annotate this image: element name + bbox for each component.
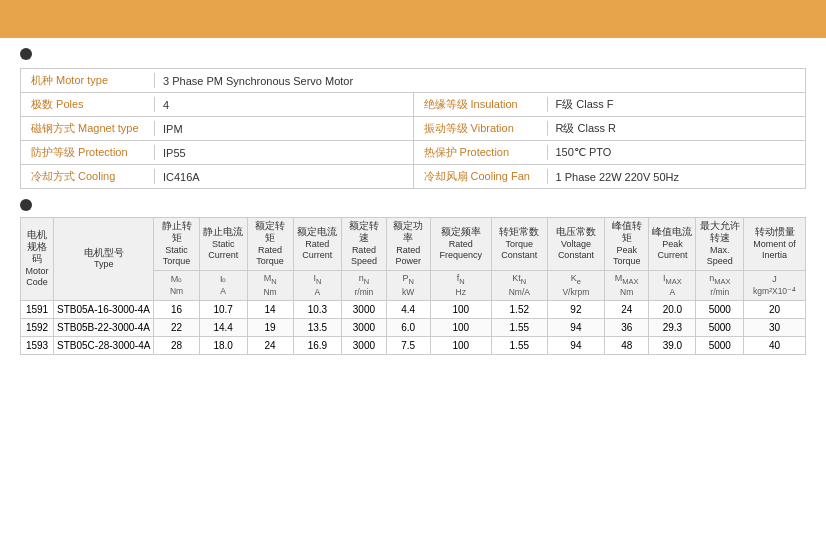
cell-val-7: 1.55 xyxy=(491,336,547,354)
specs-section-title xyxy=(20,48,806,60)
specs-row-magnet: 磁钢方式 Magnet type IPM 振动等级 Vibration R级 C… xyxy=(21,117,805,141)
cell-val-9: 48 xyxy=(604,336,648,354)
cell-val-11: 5000 xyxy=(696,336,744,354)
label-magnet: 磁钢方式 Magnet type xyxy=(31,121,146,136)
value-thermal: 150℃ PTO xyxy=(556,146,612,159)
cell-val-4: 3000 xyxy=(342,300,387,318)
cell-val-0: 28 xyxy=(154,336,199,354)
params-table: 电机 规格码 Motor Code 电机型号 Type 静止转矩 Static … xyxy=(20,217,806,355)
specs-cell-poles: 极数 Poles 4 xyxy=(21,93,414,116)
cell-val-6: 100 xyxy=(430,300,491,318)
cell-val-5: 4.4 xyxy=(386,300,430,318)
th-rated-freq: 额定频率 Rated Frequency xyxy=(430,218,491,271)
th-sub-mmax: MMAXNm xyxy=(604,271,648,301)
specs-cell-insulation: 绝缘等级 Insulation F级 Class F xyxy=(414,93,806,116)
th-sub-nn: nNr/min xyxy=(342,271,387,301)
specs-row-motor-type: 机种 Motor type 3 Phase PM Synchronous Ser… xyxy=(21,69,805,93)
label-poles: 极数 Poles xyxy=(31,97,146,112)
table-row: 1593STB05C-28-3000-4A2818.02416.930007.5… xyxy=(21,336,806,354)
cell-val-4: 3000 xyxy=(342,336,387,354)
cell-val-6: 100 xyxy=(430,318,491,336)
th-sub-pn: PNkW xyxy=(386,271,430,301)
cell-val-5: 7.5 xyxy=(386,336,430,354)
label-motor-type: 机种 Motor type xyxy=(31,73,146,88)
value-cooling-fan: 1 Phase 22W 220V 50Hz xyxy=(556,171,680,183)
label-thermal: 热保护 Protection xyxy=(424,145,539,160)
th-sub-imax: IMAXA xyxy=(649,271,696,301)
specs-cell-vibration: 振动等级 Vibration R级 Class R xyxy=(414,117,806,140)
label-cooling-fan: 冷却风扇 Cooling Fan xyxy=(424,169,539,184)
label-cooling: 冷却方式 Cooling xyxy=(31,169,146,184)
cell-val-0: 22 xyxy=(154,318,199,336)
th-motor-code: 电机 规格码 Motor Code xyxy=(21,218,54,301)
label-vibration: 振动等级 Vibration xyxy=(424,121,539,136)
params-dot xyxy=(20,199,32,211)
cell-val-7: 1.52 xyxy=(491,300,547,318)
value-motor-type: 3 Phase PM Synchronous Servo Motor xyxy=(163,75,353,87)
specs-cell-protection: 防护等级 Protection IP55 xyxy=(21,141,414,164)
specs-row-protection: 防护等级 Protection IP55 热保护 Protection 150℃… xyxy=(21,141,805,165)
page-container: 机种 Motor type 3 Phase PM Synchronous Ser… xyxy=(0,0,826,543)
cell-val-12: 20 xyxy=(744,300,806,318)
label-insulation: 绝缘等级 Insulation xyxy=(424,97,539,112)
cell-val-2: 14 xyxy=(247,300,293,318)
section-dot xyxy=(20,48,32,60)
specs-row-poles: 极数 Poles 4 绝缘等级 Insulation F级 Class F xyxy=(21,93,805,117)
specs-cell-cooling: 冷却方式 Cooling IC416A xyxy=(21,165,414,188)
cell-val-9: 24 xyxy=(604,300,648,318)
specs-cell-magnet: 磁钢方式 Magnet type IPM xyxy=(21,117,414,140)
th-static-torque: 静止转矩 Static Torque xyxy=(154,218,199,271)
value-cooling: IC416A xyxy=(163,171,200,183)
cell-val-8: 94 xyxy=(547,318,604,336)
cell-val-6: 100 xyxy=(430,336,491,354)
th-voltage-const: 电压常数 Voltage Constant xyxy=(547,218,604,271)
cell-val-1: 14.4 xyxy=(199,318,247,336)
cell-val-12: 40 xyxy=(744,336,806,354)
th-sub-m0: M₀Nm xyxy=(154,271,199,301)
th-sub-fn: fNHz xyxy=(430,271,491,301)
th-sub-in: INA xyxy=(293,271,342,301)
params-section: 电机 规格码 Motor Code 电机型号 Type 静止转矩 Static … xyxy=(20,199,806,355)
th-motor-type: 电机型号 Type xyxy=(54,218,154,301)
th-torque-const: 转矩常数 Torque Constant xyxy=(491,218,547,271)
cell-val-2: 19 xyxy=(247,318,293,336)
th-rated-current: 额定电流 Rated Current xyxy=(293,218,342,271)
th-static-current: 静止电流 Static Current xyxy=(199,218,247,271)
th-peak-current: 峰值电流 Peak Current xyxy=(649,218,696,271)
cell-type: STB05B-22-3000-4A xyxy=(54,318,154,336)
th-rated-torque: 额定转矩 Rated Torque xyxy=(247,218,293,271)
cell-code: 1593 xyxy=(21,336,54,354)
cell-val-1: 10.7 xyxy=(199,300,247,318)
specs-cell-cooling-fan: 冷却风扇 Cooling Fan 1 Phase 22W 220V 50Hz xyxy=(414,165,806,188)
th-sub-j: Jkgm²X10⁻⁴ xyxy=(744,271,806,301)
header xyxy=(0,0,826,38)
table-header-row: 电机 规格码 Motor Code 电机型号 Type 静止转矩 Static … xyxy=(21,218,806,271)
value-poles: 4 xyxy=(163,99,169,111)
th-max-speed: 最大允许转速 Max. Speed xyxy=(696,218,744,271)
cell-val-12: 30 xyxy=(744,318,806,336)
cell-val-5: 6.0 xyxy=(386,318,430,336)
cell-code: 1592 xyxy=(21,318,54,336)
cell-val-10: 39.0 xyxy=(649,336,696,354)
specs-row-cooling: 冷却方式 Cooling IC416A 冷却风扇 Cooling Fan 1 P… xyxy=(21,165,805,188)
table-row: 1591STB05A-16-3000-4A1610.71410.330004.4… xyxy=(21,300,806,318)
value-vibration: R级 Class R xyxy=(556,121,617,136)
main-content: 机种 Motor type 3 Phase PM Synchronous Ser… xyxy=(0,38,826,363)
cell-val-4: 3000 xyxy=(342,318,387,336)
value-magnet: IPM xyxy=(163,123,183,135)
th-sub-i0: I₀A xyxy=(199,271,247,301)
cell-val-11: 5000 xyxy=(696,300,744,318)
cell-val-10: 29.3 xyxy=(649,318,696,336)
params-section-title xyxy=(20,199,806,211)
cell-val-3: 16.9 xyxy=(293,336,342,354)
th-rated-speed: 额定转速 Rated Speed xyxy=(342,218,387,271)
table-row: 1592STB05B-22-3000-4A2214.41913.530006.0… xyxy=(21,318,806,336)
cell-val-0: 16 xyxy=(154,300,199,318)
cell-val-2: 24 xyxy=(247,336,293,354)
th-sub-ke: KeV/krpm xyxy=(547,271,604,301)
cell-val-3: 10.3 xyxy=(293,300,342,318)
cell-val-9: 36 xyxy=(604,318,648,336)
cell-type: STB05A-16-3000-4A xyxy=(54,300,154,318)
cell-val-8: 92 xyxy=(547,300,604,318)
cell-val-8: 94 xyxy=(547,336,604,354)
